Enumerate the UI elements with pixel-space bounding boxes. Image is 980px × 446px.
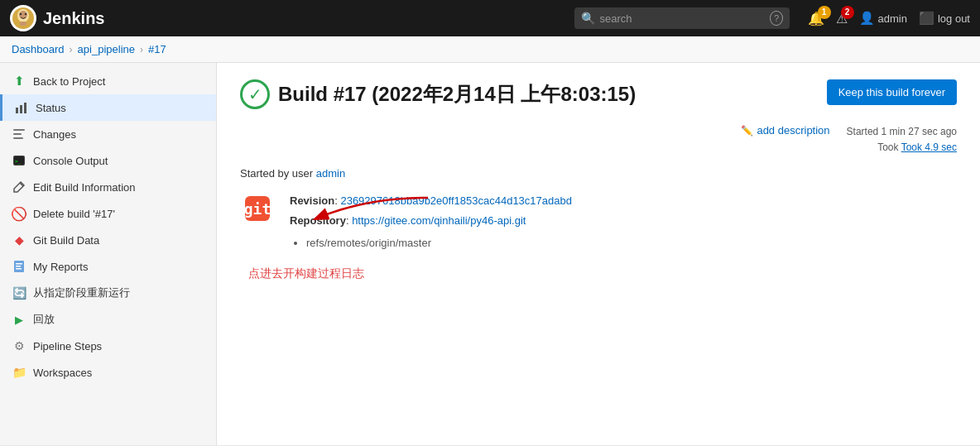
header-actions: 🔔 1 ⚠ 2 👤 admin ⬛ log out	[808, 11, 970, 26]
ref-item: refs/remotes/origin/master	[306, 233, 572, 252]
sidebar-label-edit-build: Edit Build Information	[33, 181, 136, 194]
back-icon: ⬆	[12, 74, 26, 89]
breadcrumb-sep-2: ›	[140, 44, 143, 55]
started-by-prefix: Started by user	[240, 167, 316, 180]
page-layout: ⬆ Back to Project Status Changes >_ Cons…	[0, 63, 980, 445]
logout-btn[interactable]: ⬛ log out	[919, 11, 970, 26]
started-by-user[interactable]: admin	[316, 167, 345, 180]
sidebar-label-replay: 回放	[33, 312, 55, 327]
sidebar-item-status[interactable]: Status	[0, 94, 216, 121]
warnings-btn[interactable]: ⚠ 2	[836, 11, 848, 26]
description-edit-icon: ✏️	[741, 125, 753, 137]
breadcrumb-pipeline[interactable]: api_pipeline	[78, 43, 135, 55]
sidebar-label-workspaces: Workspaces	[33, 367, 92, 379]
svg-rect-8	[24, 103, 26, 113]
sidebar-item-git-build[interactable]: ◆ Git Build Data	[0, 227, 216, 253]
workspaces-icon: 📁	[12, 365, 26, 380]
sidebar-label-git: Git Build Data	[33, 234, 99, 247]
sidebar-item-console-output[interactable]: >_ Console Output	[0, 147, 216, 174]
time-started: Started 1 min 27 sec ago	[847, 124, 957, 140]
repository-label: Repository	[290, 214, 346, 227]
logout-icon: ⬛	[919, 11, 934, 26]
username: admin	[878, 12, 907, 25]
sidebar: ⬆ Back to Project Status Changes >_ Cons…	[0, 63, 217, 445]
svg-rect-10	[13, 133, 22, 135]
time-took: Took Took 4.9 sec	[847, 140, 957, 156]
sidebar-item-restart[interactable]: 🔄 从指定阶段重新运行	[0, 280, 216, 306]
user-icon: 👤	[859, 11, 875, 26]
sidebar-label-console: Console Output	[33, 155, 108, 167]
build-success-icon: ✓	[240, 79, 270, 109]
svg-text:>_: >_	[15, 158, 22, 165]
search-bar[interactable]: 🔍 ?	[574, 7, 790, 29]
svg-rect-9	[13, 129, 25, 131]
svg-rect-19	[16, 268, 22, 270]
git-logo: git	[240, 191, 275, 226]
svg-rect-5	[20, 22, 26, 26]
sidebar-item-changes[interactable]: Changes	[0, 121, 216, 147]
svg-rect-6	[16, 108, 18, 113]
replay-icon: ▶	[12, 312, 26, 327]
jenkins-logo[interactable]: Jenkins	[10, 5, 104, 31]
status-icon	[14, 100, 29, 115]
notifications-btn[interactable]: 🔔 1	[808, 11, 824, 26]
svg-rect-18	[16, 266, 21, 267]
meta-row: ✏️ add description Started 1 min 27 sec …	[240, 124, 957, 156]
logo-text: Jenkins	[43, 9, 104, 28]
sidebar-item-replay[interactable]: ▶ 回放	[0, 306, 216, 333]
search-icon: 🔍	[581, 12, 595, 25]
breadcrumb-build[interactable]: #17	[148, 43, 166, 55]
git-icon: ◆	[12, 233, 26, 247]
sidebar-label-changes: Changes	[33, 128, 76, 141]
build-title-row: ✓ Build #17 (2022年2月14日 上午8:03:15)	[240, 79, 636, 109]
breadcrumb-dashboard[interactable]: Dashboard	[12, 43, 65, 55]
logo-circle	[10, 5, 36, 31]
sidebar-label-back: Back to Project	[33, 75, 105, 88]
started-by: Started by user admin	[240, 167, 957, 180]
sidebar-label-restart: 从指定阶段重新运行	[33, 285, 130, 300]
sidebar-item-delete-build[interactable]: 🚫 Delete build '#17'	[0, 200, 216, 227]
edit-icon	[12, 180, 26, 194]
notifications-badge: 1	[818, 6, 831, 19]
changes-icon	[12, 127, 26, 141]
pipeline-icon: ⚙	[12, 338, 26, 353]
app-header: Jenkins 🔍 ? 🔔 1 ⚠ 2 👤 admin ⬛ log out	[0, 0, 980, 36]
breadcrumb-sep-1: ›	[70, 44, 73, 55]
add-description-btn[interactable]: ✏️ add description	[741, 124, 829, 137]
sidebar-item-workspaces[interactable]: 📁 Workspaces	[0, 359, 216, 386]
svg-rect-17	[16, 263, 22, 265]
revision-hash[interactable]: 2369297618bba9b2e0ff1853cac44d13c17adabd	[340, 194, 572, 207]
search-input[interactable]	[600, 12, 766, 25]
warnings-badge: 2	[841, 6, 854, 19]
sidebar-label-pipeline: Pipeline Steps	[33, 340, 102, 352]
console-icon: >_	[12, 153, 26, 168]
time-link[interactable]: Took 4.9 sec	[901, 141, 957, 153]
build-info: Revision: 2369297618bba9b2e0ff1853cac44d…	[290, 191, 572, 252]
revision-label: Revision	[290, 194, 334, 207]
sidebar-item-edit-build[interactable]: Edit Build Information	[0, 174, 216, 200]
annotation-text: 点进去开构建过程日志	[248, 266, 957, 281]
sidebar-item-reports[interactable]: My Reports	[0, 253, 216, 280]
svg-text:git: git	[244, 200, 271, 218]
delete-icon: 🚫	[12, 206, 26, 221]
repository-url[interactable]: https://gitee.com/qinhaili/py46-api.git	[352, 214, 526, 227]
reports-icon	[12, 259, 26, 274]
meta-time: Started 1 min 27 sec ago Took Took 4.9 s…	[847, 124, 957, 156]
sidebar-label-delete: Delete build '#17'	[33, 208, 115, 220]
build-header: ✓ Build #17 (2022年2月14日 上午8:03:15) Keep …	[240, 79, 957, 109]
svg-rect-11	[13, 137, 23, 139]
svg-point-4	[25, 13, 26, 15]
logout-label: log out	[938, 12, 970, 25]
sidebar-item-back-to-project[interactable]: ⬆ Back to Project	[0, 68, 216, 94]
svg-point-3	[20, 13, 22, 15]
search-help-icon[interactable]: ?	[770, 11, 782, 26]
sidebar-label-reports: My Reports	[33, 261, 88, 273]
svg-rect-7	[20, 105, 22, 113]
sidebar-item-pipeline-steps[interactable]: ⚙ Pipeline Steps	[0, 333, 216, 359]
keep-build-btn[interactable]: Keep this build forever	[827, 79, 957, 105]
add-description-label: add description	[757, 124, 829, 137]
user-menu[interactable]: 👤 admin	[859, 11, 907, 26]
revision-line: Revision: 2369297618bba9b2e0ff1853cac44d…	[290, 191, 572, 210]
restart-icon: 🔄	[12, 285, 26, 300]
refs-list: refs/remotes/origin/master	[290, 233, 572, 252]
